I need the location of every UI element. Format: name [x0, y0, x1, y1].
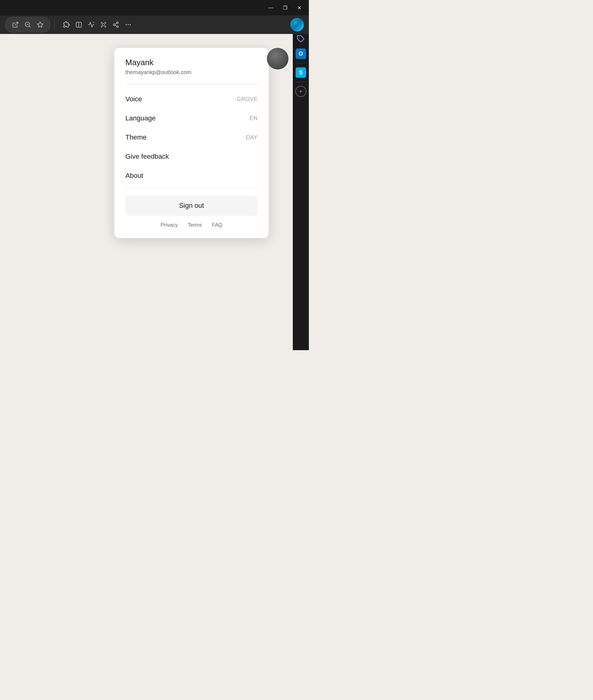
profile-name: Mayank: [125, 58, 258, 67]
sidebar-separator-1: [296, 63, 306, 63]
sidebar-add-button[interactable]: +: [295, 86, 306, 97]
language-label: Language: [125, 114, 156, 122]
toolbar-actions-group: [61, 19, 134, 30]
toolbar-nav-group: [5, 17, 51, 33]
profile-divider-top: [125, 84, 258, 85]
svg-point-14: [130, 25, 131, 25]
share-icon[interactable]: [110, 19, 121, 30]
sidebar-outlook-icon[interactable]: O: [294, 47, 308, 60]
theme-label: Theme: [125, 133, 146, 141]
right-sidebar: O S +: [293, 15, 309, 350]
sidebar-separator-2: [296, 82, 306, 82]
svg-line-11: [115, 25, 117, 26]
avatar[interactable]: [267, 48, 288, 70]
menu-item-language[interactable]: Language EN: [125, 109, 258, 128]
footer-links: Privacy Terms FAQ: [125, 222, 258, 228]
toolbar-separator-1: [54, 20, 55, 29]
sign-out-button[interactable]: Sign out: [125, 196, 258, 216]
svg-point-13: [128, 25, 128, 25]
toolbar: [0, 15, 309, 34]
svg-marker-4: [37, 22, 43, 27]
theme-value: DAY: [246, 134, 258, 141]
restore-button[interactable]: ❐: [278, 0, 292, 15]
menu-item-feedback[interactable]: Give feedback: [125, 147, 258, 166]
extensions-icon[interactable]: [61, 19, 72, 30]
voice-label: Voice: [125, 95, 142, 103]
titlebar: — ❐ ✕: [0, 0, 309, 15]
menu-item-theme[interactable]: Theme DAY: [125, 128, 258, 147]
svg-line-12: [115, 23, 117, 25]
open-tab-icon[interactable]: [10, 19, 21, 30]
profile-divider-bottom: [125, 188, 258, 188]
menu-item-about[interactable]: About: [125, 166, 258, 185]
avatar-image: [267, 48, 288, 70]
privacy-link[interactable]: Privacy: [161, 222, 178, 228]
profile-email: themayankp@outlook.com: [125, 69, 258, 76]
screenshot-icon[interactable]: [98, 19, 109, 30]
sidebar-tag-icon[interactable]: [294, 32, 308, 46]
favorite-icon[interactable]: [35, 19, 46, 30]
copilot-button[interactable]: [290, 18, 304, 32]
svg-line-0: [15, 22, 18, 25]
profile-header: Mayank themayankp@outlook.com: [125, 58, 258, 76]
profile-dropdown: Mayank themayankp@outlook.com Voice GROV…: [114, 48, 269, 238]
about-label: About: [125, 172, 143, 180]
language-value: EN: [249, 115, 258, 122]
terms-link[interactable]: Terms: [188, 222, 202, 228]
sidebar-skype-icon[interactable]: S: [294, 66, 308, 79]
svg-rect-7: [102, 24, 105, 26]
health-monitor-icon[interactable]: [85, 19, 97, 30]
zoom-out-icon[interactable]: [22, 19, 33, 30]
faq-link[interactable]: FAQ: [212, 222, 223, 228]
svg-point-15: [126, 25, 127, 25]
menu-item-voice[interactable]: Voice GROVE: [125, 89, 258, 109]
close-button[interactable]: ✕: [292, 0, 306, 15]
minimize-button[interactable]: —: [264, 0, 278, 15]
more-options-icon[interactable]: [123, 19, 134, 30]
voice-value: GROVE: [237, 96, 258, 102]
feedback-label: Give feedback: [125, 153, 169, 161]
svg-line-2: [29, 26, 30, 27]
split-view-icon[interactable]: [73, 19, 84, 30]
